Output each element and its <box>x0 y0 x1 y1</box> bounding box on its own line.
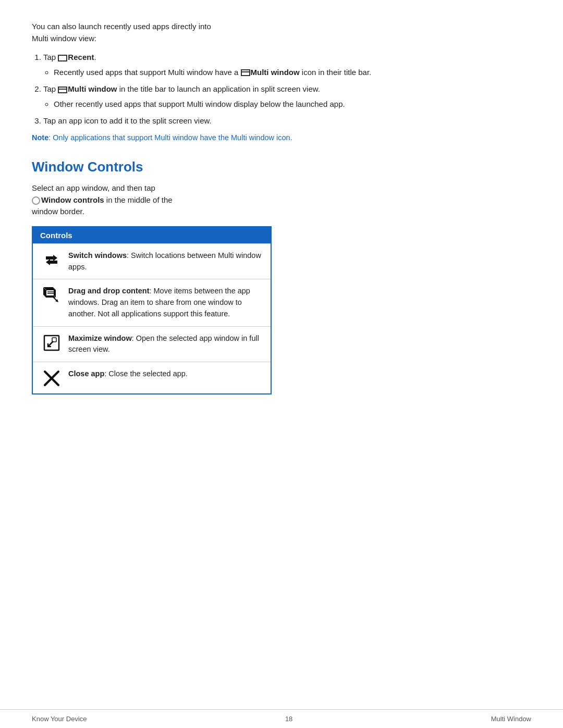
control-row-close: Close app: Close the selected app. <box>33 362 271 393</box>
step-1: Tap Recent. Recently used apps that supp… <box>43 52 531 78</box>
step1-bold: Recent <box>68 53 94 61</box>
footer: Know Your Device 18 Multi Window <box>0 709 563 728</box>
note-label: Note <box>32 133 48 142</box>
switch-icon <box>40 251 63 269</box>
footer-left: Know Your Device <box>32 715 87 723</box>
step1-bullet1: Recently used apps that support Multi wi… <box>54 67 531 79</box>
drag-text: Drag and drop content: Move items betwee… <box>68 286 263 319</box>
step-2: Tap Multi window in the title bar to lau… <box>43 83 531 110</box>
page-content: You can also launch recently used apps d… <box>0 0 563 452</box>
control-row-drag: Drag and drop content: Move items betwee… <box>33 279 271 326</box>
step1-period: . <box>94 53 96 61</box>
note-paragraph: Note: Only applications that support Mul… <box>32 132 531 144</box>
footer-right: Multi Window <box>491 715 531 723</box>
window-controls-label: Window controls <box>41 195 104 204</box>
drag-icon <box>40 287 63 304</box>
maximize-icon <box>40 334 63 352</box>
control-row-switch: Switch windows: Switch locations between… <box>33 243 271 279</box>
step2-bullet1: Other recently used apps that support Mu… <box>54 98 531 110</box>
recent-icon <box>58 55 67 61</box>
intro-line1: You can also launch recently used apps d… <box>32 22 211 31</box>
controls-header: Controls <box>33 227 271 243</box>
controls-table: Controls Switch windows: Switch location… <box>32 226 272 394</box>
control-row-maximize: Maximize window: Open the selected app w… <box>33 326 271 362</box>
section-title: Window Controls <box>32 159 531 175</box>
close-text: Close app: Close the selected app. <box>68 368 263 380</box>
switch-text: Switch windows: Switch locations between… <box>68 250 263 273</box>
maximize-text: Maximize window: Open the selected app w… <box>68 333 263 356</box>
step1-bullets: Recently used apps that support Multi wi… <box>54 67 531 79</box>
section-desc: Select an app window, and then tap Windo… <box>32 182 531 218</box>
multiwindow-icon-step2 <box>58 87 67 93</box>
steps-list: Tap Recent. Recently used apps that supp… <box>43 52 531 127</box>
multiwindow-icon-inline <box>241 69 250 76</box>
footer-page: 18 <box>285 715 292 723</box>
circle-icon <box>32 196 40 205</box>
step-3: Tap an app icon to add it to the split s… <box>43 115 531 127</box>
step1-text-before: Tap <box>43 53 58 61</box>
note-text: : Only applications that support Multi w… <box>48 133 292 142</box>
close-icon <box>40 369 63 387</box>
intro-paragraph: You can also launch recently used apps d… <box>32 21 531 44</box>
step2-bullets: Other recently used apps that support Mu… <box>54 98 531 110</box>
intro-line2: Multi window view: <box>32 34 96 43</box>
